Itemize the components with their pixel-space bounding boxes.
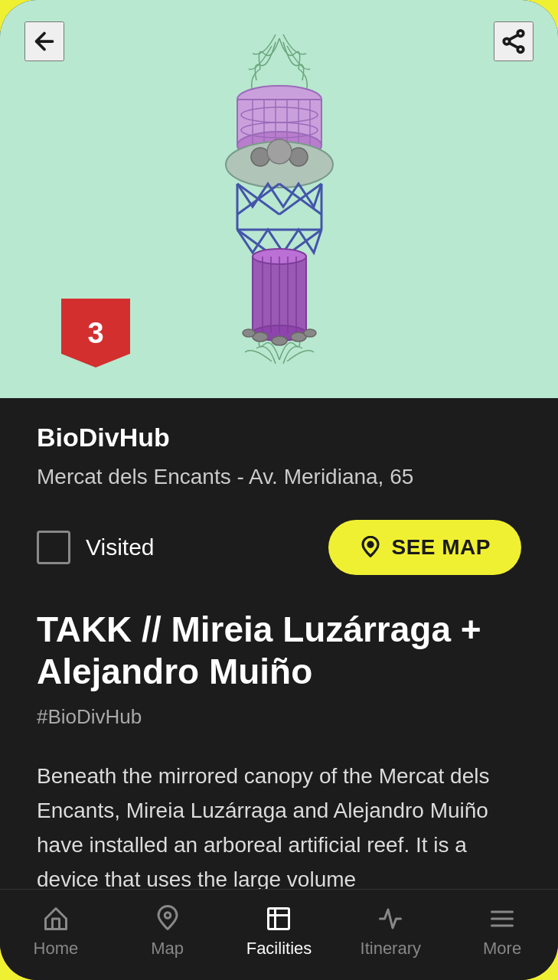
hero-image: 3 — [0, 0, 558, 398]
nav-itinerary[interactable]: Itinerary — [352, 905, 429, 959]
top-bar — [0, 0, 558, 61]
home-icon — [42, 905, 70, 933]
itinerary-icon — [377, 905, 404, 933]
svg-point-41 — [243, 329, 255, 337]
nav-facilities-label: Facilities — [246, 939, 312, 959]
svg-line-4 — [510, 43, 518, 47]
nav-map[interactable]: Map — [129, 905, 206, 959]
content-area: BioDivHub Mercat dels Encants - Av. Meri… — [0, 398, 558, 889]
nav-facilities[interactable]: Facilities — [240, 905, 317, 959]
venue-name: BioDivHub — [37, 423, 521, 452]
nav-map-label: Map — [151, 939, 184, 959]
artwork-title: TAKK // Mireia Luzárraga + Alejandro Mui… — [37, 609, 521, 693]
nav-itinerary-label: Itinerary — [361, 939, 421, 959]
see-map-button[interactable]: SEE MAP — [328, 520, 521, 575]
location-pin-icon — [359, 536, 382, 559]
share-icon — [500, 28, 527, 55]
back-icon — [31, 28, 58, 55]
bio-illustration — [134, 31, 425, 368]
artwork-tag: #BioDivHub — [37, 705, 521, 729]
nav-more[interactable]: More — [464, 905, 540, 959]
more-icon — [488, 905, 516, 933]
number-badge: 3 — [61, 299, 130, 368]
artwork-description: Beneath the mirrored canopy of the Merca… — [37, 760, 521, 889]
action-row: Visited SEE MAP — [37, 520, 521, 575]
nav-more-label: More — [483, 939, 521, 959]
phone-shell: 3 BioDivHub Mercat dels Encants - Av. Me… — [0, 0, 558, 980]
back-button[interactable] — [24, 21, 64, 61]
svg-point-44 — [165, 913, 171, 919]
map-pin-icon — [154, 905, 181, 933]
svg-point-43 — [368, 542, 373, 547]
visited-checkbox[interactable]: Visited — [37, 531, 155, 564]
bottom-nav: Home Map Facilities Itinerary — [0, 889, 558, 980]
nav-home[interactable]: Home — [18, 905, 94, 959]
svg-rect-45 — [269, 909, 289, 929]
svg-line-3 — [510, 35, 518, 40]
svg-point-39 — [272, 336, 287, 345]
svg-point-19 — [267, 139, 292, 164]
share-button[interactable] — [494, 21, 534, 61]
badge-number: 3 — [87, 317, 103, 350]
facilities-icon — [265, 905, 292, 933]
venue-address: Mercat dels Encants - Av. Meridiana, 65 — [37, 465, 521, 489]
svg-point-42 — [304, 329, 316, 337]
nav-home-label: Home — [34, 939, 79, 959]
see-map-label: SEE MAP — [391, 535, 491, 560]
visited-label: Visited — [86, 534, 155, 560]
checkbox[interactable] — [37, 531, 70, 564]
